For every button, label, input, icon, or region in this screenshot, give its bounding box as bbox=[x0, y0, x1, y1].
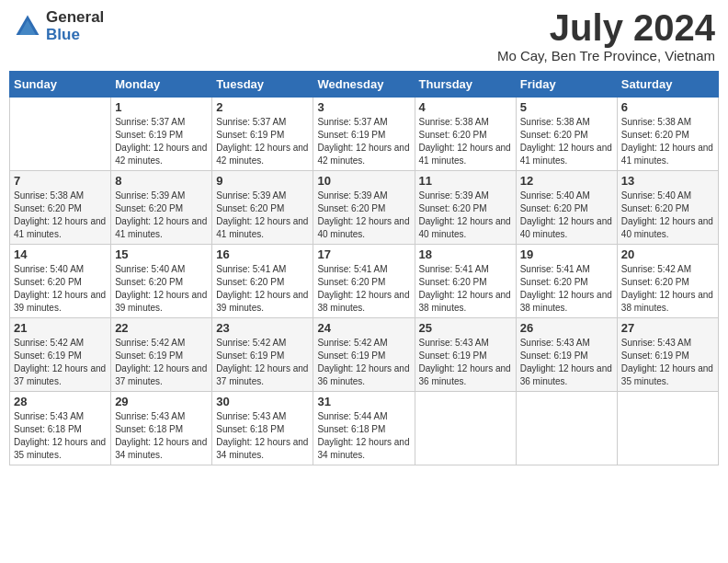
header-thursday: Thursday bbox=[415, 72, 516, 98]
title-section: July 2024 Mo Cay, Ben Tre Province, Viet… bbox=[497, 9, 715, 63]
daylight: Daylight: 12 hours and 35 minutes. bbox=[14, 437, 106, 460]
sunrise: Sunrise: 5:40 AM bbox=[621, 190, 691, 201]
month-year: July 2024 bbox=[497, 9, 715, 46]
sunrise: Sunrise: 5:37 AM bbox=[115, 117, 185, 127]
daylight: Daylight: 12 hours and 42 minutes. bbox=[115, 143, 207, 166]
header-wednesday: Wednesday bbox=[313, 72, 415, 98]
day-number: 1 bbox=[115, 100, 208, 114]
day-number: 2 bbox=[216, 100, 309, 114]
sunrise: Sunrise: 5:42 AM bbox=[621, 264, 691, 274]
daylight: Daylight: 12 hours and 39 minutes. bbox=[216, 290, 308, 313]
sunset: Sunset: 6:19 PM bbox=[216, 130, 284, 140]
sunset: Sunset: 6:19 PM bbox=[115, 130, 183, 140]
day-info: Sunrise: 5:42 AM Sunset: 6:19 PM Dayligh… bbox=[14, 337, 107, 388]
day-info: Sunrise: 5:38 AM Sunset: 6:20 PM Dayligh… bbox=[621, 116, 714, 167]
sunset: Sunset: 6:19 PM bbox=[317, 130, 385, 140]
calendar-cell bbox=[10, 98, 111, 171]
sunrise: Sunrise: 5:38 AM bbox=[14, 190, 84, 201]
page-header: General Blue July 2024 Mo Cay, Ben Tre P… bbox=[9, 9, 719, 63]
daylight: Daylight: 12 hours and 41 minutes. bbox=[419, 143, 511, 166]
calendar-cell: 19 Sunrise: 5:41 AM Sunset: 6:20 PM Dayl… bbox=[516, 245, 617, 318]
calendar-cell: 11 Sunrise: 5:39 AM Sunset: 6:20 PM Dayl… bbox=[415, 171, 516, 245]
calendar-cell: 12 Sunrise: 5:40 AM Sunset: 6:20 PM Dayl… bbox=[516, 171, 617, 245]
sunrise: Sunrise: 5:43 AM bbox=[216, 411, 286, 421]
daylight: Daylight: 12 hours and 42 minutes. bbox=[317, 143, 409, 166]
sunrise: Sunrise: 5:40 AM bbox=[520, 190, 590, 201]
calendar-cell: 9 Sunrise: 5:39 AM Sunset: 6:20 PM Dayli… bbox=[212, 171, 313, 245]
daylight: Daylight: 12 hours and 36 minutes. bbox=[520, 363, 612, 386]
calendar-cell bbox=[415, 392, 516, 465]
daylight: Daylight: 12 hours and 38 minutes. bbox=[621, 290, 713, 313]
calendar-week-3: 14 Sunrise: 5:40 AM Sunset: 6:20 PM Dayl… bbox=[10, 245, 719, 318]
day-number: 12 bbox=[520, 174, 613, 188]
header-sunday: Sunday bbox=[10, 72, 111, 98]
day-number: 31 bbox=[317, 395, 410, 408]
day-info: Sunrise: 5:43 AM Sunset: 6:19 PM Dayligh… bbox=[520, 337, 613, 388]
daylight: Daylight: 12 hours and 41 minutes. bbox=[14, 216, 106, 239]
sunset: Sunset: 6:20 PM bbox=[216, 277, 284, 287]
sunset: Sunset: 6:19 PM bbox=[317, 350, 385, 361]
sunrise: Sunrise: 5:43 AM bbox=[419, 338, 489, 348]
day-number: 15 bbox=[115, 247, 208, 261]
sunrise: Sunrise: 5:38 AM bbox=[520, 117, 590, 127]
day-number: 6 bbox=[621, 100, 714, 114]
sunset: Sunset: 6:19 PM bbox=[419, 350, 487, 361]
day-info: Sunrise: 5:42 AM Sunset: 6:20 PM Dayligh… bbox=[621, 263, 714, 315]
daylight: Daylight: 12 hours and 39 minutes. bbox=[115, 290, 207, 313]
day-info: Sunrise: 5:40 AM Sunset: 6:20 PM Dayligh… bbox=[14, 263, 107, 315]
calendar-cell: 28 Sunrise: 5:43 AM Sunset: 6:18 PM Dayl… bbox=[10, 392, 111, 465]
day-info: Sunrise: 5:39 AM Sunset: 6:20 PM Dayligh… bbox=[216, 190, 309, 241]
sunset: Sunset: 6:19 PM bbox=[216, 350, 284, 361]
logo-general: General bbox=[46, 9, 104, 27]
sunset: Sunset: 6:20 PM bbox=[317, 277, 385, 287]
day-number: 25 bbox=[419, 321, 512, 335]
logo: General Blue bbox=[13, 9, 104, 43]
day-number: 17 bbox=[317, 247, 410, 261]
daylight: Daylight: 12 hours and 34 minutes. bbox=[216, 437, 308, 460]
daylight: Daylight: 12 hours and 36 minutes. bbox=[419, 363, 511, 386]
sunrise: Sunrise: 5:43 AM bbox=[115, 411, 185, 421]
header-monday: Monday bbox=[111, 72, 212, 98]
day-info: Sunrise: 5:41 AM Sunset: 6:20 PM Dayligh… bbox=[419, 263, 512, 315]
day-number: 30 bbox=[216, 395, 309, 408]
header-friday: Friday bbox=[516, 72, 617, 98]
sunset: Sunset: 6:18 PM bbox=[115, 424, 183, 434]
calendar-cell: 23 Sunrise: 5:42 AM Sunset: 6:19 PM Dayl… bbox=[212, 318, 313, 392]
day-info: Sunrise: 5:43 AM Sunset: 6:18 PM Dayligh… bbox=[216, 410, 309, 462]
sunset: Sunset: 6:20 PM bbox=[520, 130, 588, 140]
sunset: Sunset: 6:20 PM bbox=[520, 203, 588, 213]
daylight: Daylight: 12 hours and 39 minutes. bbox=[14, 290, 106, 313]
sunrise: Sunrise: 5:41 AM bbox=[216, 264, 286, 274]
calendar-cell: 13 Sunrise: 5:40 AM Sunset: 6:20 PM Dayl… bbox=[617, 171, 718, 245]
sunrise: Sunrise: 5:42 AM bbox=[115, 338, 185, 348]
day-number: 13 bbox=[621, 174, 714, 188]
day-info: Sunrise: 5:40 AM Sunset: 6:20 PM Dayligh… bbox=[621, 190, 714, 241]
sunset: Sunset: 6:18 PM bbox=[14, 424, 82, 434]
day-info: Sunrise: 5:38 AM Sunset: 6:20 PM Dayligh… bbox=[419, 116, 512, 167]
calendar-cell: 5 Sunrise: 5:38 AM Sunset: 6:20 PM Dayli… bbox=[516, 98, 617, 171]
sunset: Sunset: 6:20 PM bbox=[115, 277, 183, 287]
daylight: Daylight: 12 hours and 40 minutes. bbox=[317, 216, 409, 239]
day-number: 27 bbox=[621, 321, 714, 335]
sunrise: Sunrise: 5:41 AM bbox=[520, 264, 590, 274]
sunset: Sunset: 6:18 PM bbox=[317, 424, 385, 434]
sunrise: Sunrise: 5:44 AM bbox=[317, 411, 387, 421]
calendar-cell: 6 Sunrise: 5:38 AM Sunset: 6:20 PM Dayli… bbox=[617, 98, 718, 171]
day-info: Sunrise: 5:44 AM Sunset: 6:18 PM Dayligh… bbox=[317, 410, 410, 462]
logo-blue: Blue bbox=[46, 27, 104, 44]
sunrise: Sunrise: 5:43 AM bbox=[14, 411, 84, 421]
day-number: 7 bbox=[14, 174, 107, 188]
sunset: Sunset: 6:20 PM bbox=[419, 277, 487, 287]
daylight: Daylight: 12 hours and 38 minutes. bbox=[419, 290, 511, 313]
daylight: Daylight: 12 hours and 34 minutes. bbox=[317, 437, 409, 460]
sunset: Sunset: 6:20 PM bbox=[520, 277, 588, 287]
day-number: 3 bbox=[317, 100, 410, 114]
sunset: Sunset: 6:20 PM bbox=[14, 277, 82, 287]
sunset: Sunset: 6:18 PM bbox=[216, 424, 284, 434]
sunset: Sunset: 6:20 PM bbox=[621, 130, 689, 140]
daylight: Daylight: 12 hours and 41 minutes. bbox=[520, 143, 612, 166]
sunrise: Sunrise: 5:37 AM bbox=[216, 117, 286, 127]
calendar-cell: 20 Sunrise: 5:42 AM Sunset: 6:20 PM Dayl… bbox=[617, 245, 718, 318]
calendar-cell: 7 Sunrise: 5:38 AM Sunset: 6:20 PM Dayli… bbox=[10, 171, 111, 245]
daylight: Daylight: 12 hours and 37 minutes. bbox=[216, 363, 308, 386]
